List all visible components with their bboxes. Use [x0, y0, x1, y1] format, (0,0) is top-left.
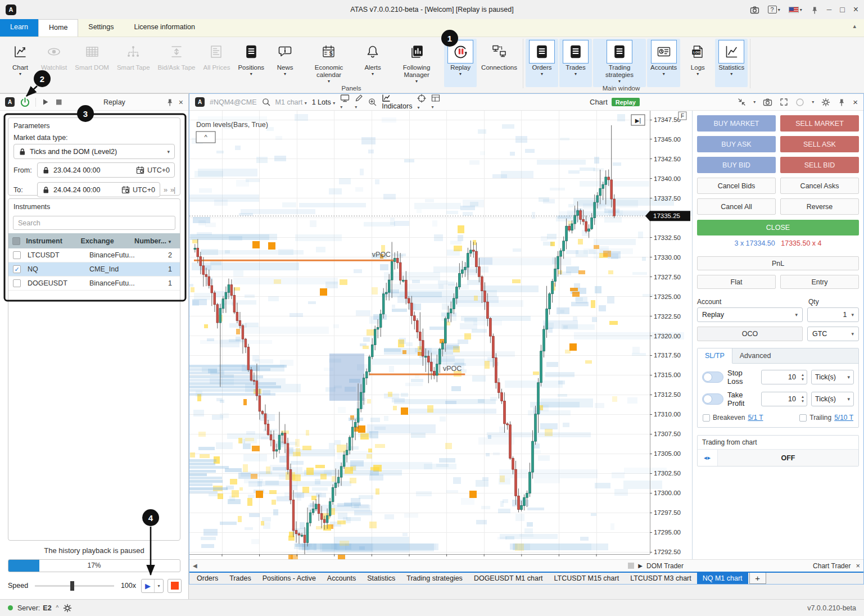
tab-learn[interactable]: Learn	[0, 19, 38, 37]
toolbar-button-positions[interactable]: Positions ▾	[234, 39, 268, 87]
chevron-down-icon[interactable]: ▾	[812, 99, 814, 105]
tab-home[interactable]: Home	[38, 19, 78, 37]
autoscale-f-button[interactable]: F	[678, 112, 686, 120]
column-exchange[interactable]: Exchange	[79, 237, 133, 245]
skip-forward-icon[interactable]: ››	[164, 186, 167, 194]
restore-window-icon[interactable]	[738, 98, 746, 106]
to-date-field[interactable]: 24.04.24 00:00 UTC+0	[37, 182, 160, 197]
close-button[interactable]: ×	[853, 4, 858, 15]
workspace-tab-statistics[interactable]: Statistics	[361, 573, 401, 584]
cancel-all-button[interactable]: Cancel All	[697, 198, 776, 215]
indicator-collapse-button[interactable]: ^	[196, 132, 215, 143]
qty-select[interactable]: 1▾	[807, 307, 859, 322]
instrument-row-dogeusdt[interactable]: DOGEUSDT BinanceFutu... 1	[8, 277, 180, 291]
workspace-tab-orders[interactable]: Orders	[191, 573, 224, 584]
cancel-bids-button[interactable]: Cancel Bids	[697, 178, 776, 194]
timeframe-select[interactable]: M1 chart ▾	[275, 98, 307, 106]
toolbar-button-bid-ask-tape[interactable]: Bid/Ask Tape ▾	[155, 39, 199, 87]
toolbar-button-smart-tape[interactable]: Smart Tape ▾	[114, 39, 153, 87]
calendar-icon[interactable]	[136, 166, 144, 174]
buy-bid-button[interactable]: BUY BID	[697, 157, 776, 173]
power-button-icon[interactable]	[20, 97, 30, 107]
calendar-icon[interactable]	[121, 185, 130, 194]
play-icon[interactable]	[41, 98, 49, 106]
close-panel-icon[interactable]: ×	[179, 98, 183, 107]
take-profit-value-stepper[interactable]: 10 ▲▼	[761, 392, 807, 406]
market-data-type-select[interactable]: Ticks and the DOM (Level2) ▾	[13, 144, 175, 159]
entry-button[interactable]: Entry	[780, 275, 859, 289]
crosshair-select[interactable]: ▾	[417, 94, 426, 111]
add-tab-button[interactable]: +	[749, 573, 766, 584]
close-position-button[interactable]: CLOSE	[697, 220, 859, 235]
trading-from-chart-toggle[interactable]: OFF	[718, 450, 858, 466]
toolbar-button-smart-dom[interactable]: Smart DOM ▾	[71, 39, 112, 87]
instrument-row-nq[interactable]: ✓ NQ CME_Ind 1	[8, 262, 180, 277]
toolbar-button-news[interactable]: News ▾	[269, 39, 301, 87]
workspace-tab-trading-strategies[interactable]: Trading strategies	[401, 573, 468, 584]
sell-bid-button[interactable]: SELL BID	[780, 157, 859, 173]
left-right-arrows-icon[interactable]: ◂▸	[698, 450, 718, 466]
layout-select[interactable]: ▾	[431, 94, 440, 110]
row-checkbox[interactable]	[13, 251, 21, 259]
chevron-down-icon[interactable]: ▾	[155, 583, 163, 588]
workspace-tab-nq-m1-chart[interactable]: NQ M1 chart	[697, 573, 748, 584]
instrument-row-ltcusdt[interactable]: LTCUSDT BinanceFutu... 2	[8, 248, 180, 262]
tif-select[interactable]: GTC▾	[807, 327, 859, 341]
tab-license-information[interactable]: License information	[124, 19, 205, 37]
fullscreen-icon[interactable]	[780, 98, 788, 106]
minimize-button[interactable]: ─	[827, 6, 832, 13]
cancel-asks-button[interactable]: Cancel Asks	[780, 178, 859, 194]
breakeven-checkbox[interactable]	[703, 414, 710, 422]
workspace-tab-accounts[interactable]: Accounts	[322, 573, 361, 584]
toolbar-button-all-prices[interactable]: All Prices ▾	[200, 39, 233, 87]
toolbar-button-chart[interactable]: Chart ▾	[4, 39, 37, 87]
tab-settings[interactable]: Settings	[78, 19, 124, 37]
toolbar-button-alerts[interactable]: Alerts ▾	[356, 39, 389, 87]
language-flag-icon[interactable]: ▾	[789, 7, 802, 13]
stop-loss-unit-select[interactable]: Tick(s)▾	[811, 370, 854, 384]
zoom-in-icon[interactable]	[368, 98, 377, 106]
help-icon[interactable]: ?▾	[768, 6, 780, 13]
pin-window-icon[interactable]	[838, 98, 845, 106]
maximize-button[interactable]: □	[840, 5, 844, 14]
drawing-tools-select[interactable]: ▾	[355, 94, 363, 110]
toolbar-button-accounts[interactable]: Accounts ▾	[647, 39, 680, 87]
toolbar-button-watchlist[interactable]: Watchlist ▾	[38, 39, 70, 87]
go-to-end-button[interactable]: ▶|	[631, 115, 645, 125]
scroll-left-icon[interactable]: ◀	[193, 563, 197, 569]
link-group-icon[interactable]	[795, 98, 804, 107]
select-all-checkbox[interactable]	[12, 237, 20, 245]
sell-ask-button[interactable]: SELL ASK	[780, 136, 859, 152]
toolbar-button-orders[interactable]: Orders ▾	[526, 39, 558, 87]
trailing-settings-link[interactable]: 5/10 T	[834, 414, 853, 422]
stop-loss-value-stepper[interactable]: 10 ▲▼	[761, 370, 807, 384]
column-instrument[interactable]: Instrument	[24, 237, 78, 245]
sell-market-button[interactable]: SELL MARKET	[780, 115, 859, 132]
reverse-button[interactable]: Reverse	[780, 198, 859, 215]
chart-symbol[interactable]: #NQM4@CME	[210, 98, 257, 106]
toolbar-button-trades[interactable]: Trades ▾	[559, 39, 592, 87]
row-checkbox[interactable]: ✓	[13, 265, 21, 273]
flat-button[interactable]: Flat	[697, 275, 776, 289]
workspace-tab-dogeusdt-m1-chart[interactable]: DOGEUSDT M1 chart	[468, 573, 549, 584]
tab-advanced[interactable]: Advanced	[732, 348, 779, 363]
pin-panel-icon[interactable]	[166, 98, 174, 106]
toolbar-button-connections[interactable]: Connections ▾	[478, 39, 521, 87]
chart-trader-tab[interactable]: Chart Trader	[813, 562, 851, 570]
toolbar-button-economic-calendar[interactable]: $ Economic calendar ▾	[302, 39, 355, 87]
playback-progress-bar[interactable]: 17%	[8, 559, 180, 572]
scroll-right-icon[interactable]: ▶	[638, 563, 643, 569]
take-profit-unit-select[interactable]: Tick(s)▾	[811, 392, 854, 406]
toolbar-button-logs[interactable]: LOG Logs ▾	[681, 39, 714, 87]
dom-trader-tab[interactable]: DOM Trader	[646, 562, 684, 570]
close-chart-trader-icon[interactable]: ×	[856, 561, 860, 570]
search-input[interactable]	[13, 216, 175, 230]
skip-to-end-icon[interactable]: ››|	[170, 186, 175, 194]
breakeven-settings-link[interactable]: 5/1 T	[748, 414, 763, 422]
stop-icon[interactable]	[55, 98, 63, 106]
trailing-checkbox[interactable]	[799, 414, 807, 422]
toolbar-button-following-manager[interactable]: Following Manager ▾	[390, 39, 443, 87]
search-icon[interactable]	[262, 98, 270, 106]
workspace-tab-ltcusdt-m15-chart[interactable]: LTCUSDT M15 chart	[549, 573, 625, 584]
screenshot-icon[interactable]	[750, 6, 759, 14]
